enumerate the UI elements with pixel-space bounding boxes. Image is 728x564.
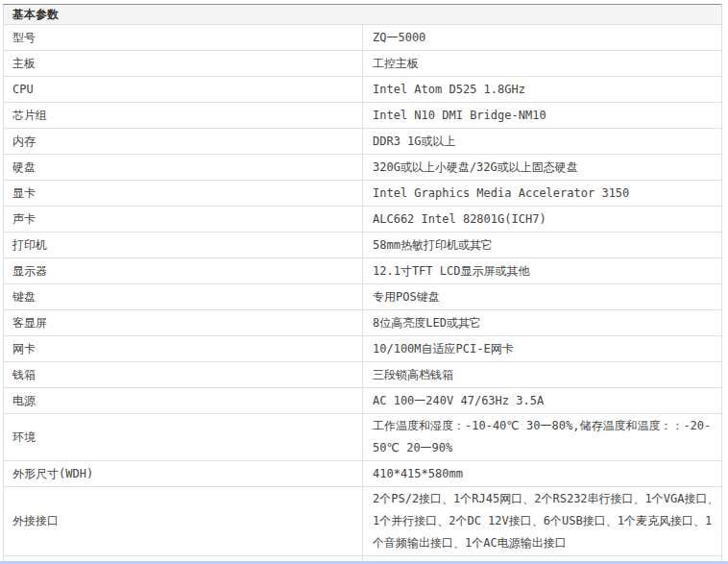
table-row: 键盘专用POS键盘 [4,284,722,310]
spec-value: DDR3 1G或以上 [363,129,722,155]
spec-label: 客显屏 [4,310,363,336]
spec-value: 2个PS/2接口、1个RJ45网口、2个RS232串行接口、1个VGA接口、1个… [363,487,722,556]
spec-label: 电源 [4,388,363,414]
table-row: 钱箱三段锁高档钱箱 [4,362,722,388]
spec-value: Intel Graphics Media Accelerator 3150 [363,181,722,207]
spec-label: 显卡 [4,181,363,207]
table-row: 打印机58mm热敏打印机或其它 [4,233,722,258]
spec-label: 环境 [4,414,363,461]
spec-value: 三段锁高档钱箱 [363,362,722,388]
spec-label: 网卡 [4,336,363,362]
spec-value-line: 专用POS键盘 [373,286,720,308]
table-row: 显示器12.1寸TFT LCD显示屏或其他 [4,258,722,284]
table-header-row: 基本参数 [4,5,722,25]
spec-value-line: Intel Graphics Media Accelerator 3150 [373,183,720,205]
spec-label: 型号 [4,25,363,51]
spec-value-line: 12.1寸TFT LCD显示屏或其他 [373,260,720,282]
spec-value-line: 10/100M自适应PCI-E网卡 [373,338,720,360]
spec-value: ZQ一5000 [363,25,722,51]
table-row: 客显屏8位高亮度LED或其它 [4,310,722,336]
spec-label: 键盘 [4,284,363,310]
spec-value-line: 320G或以上小硬盘/32G或以上固态硬盘 [373,157,720,179]
spec-label: 打印机 [4,233,363,258]
spec-value: 12.1寸TFT LCD显示屏或其他 [363,258,722,284]
table-row: 型号ZQ一5000 [4,25,722,51]
spec-value-line: 58mm热敏打印机或其它 [373,234,720,257]
spec-label: 外接接口 [4,487,363,556]
spec-value: 专用POS键盘 [363,284,722,310]
spec-value-line: DDR3 1G或以上 [373,131,720,153]
spec-value: 工作温度和湿度：-10-40℃ 30一80%,储存温度和温度：：-20-50℃ … [363,414,722,461]
spec-label: 外形尺寸(WDH) [4,461,363,487]
spec-value: ALC662 Intel 82801G(ICH7) [363,207,722,233]
spec-value-line: ALC662 Intel 82801G(ICH7) [373,208,720,231]
spec-value-line: 8位高亮度LED或其它 [373,312,720,334]
spec-label: 声卡 [4,207,363,233]
spec-value-line: Intel N10 DMI Bridge-NM10 [373,105,720,127]
spec-label: 主板 [4,51,363,77]
table-row: 环境工作温度和湿度：-10-40℃ 30一80%,储存温度和温度：：-20-50… [4,414,722,461]
table-header-title: 基本参数 [4,5,722,25]
spec-label: 芯片组 [4,103,363,129]
spec-value-line: ZQ一5000 [373,27,720,49]
table-row: 外形尺寸(WDH)410*415*580mm [4,461,722,487]
spec-value: AC 100一240V 47/63Hz 3.5A [363,388,722,414]
spec-label: CPU [4,77,363,103]
spec-value-line: Intel Atom D525 1.8GHz [373,79,720,101]
spec-value-line: 三段锁高档钱箱 [373,364,720,386]
spec-value-line: 2个PS/2接口、1个RJ45网口、2个RS232串行接口、1个VGA接口、1个… [373,488,720,554]
table-row: 主板工控主板 [4,51,722,77]
table-row: 外接接口2个PS/2接口、1个RJ45网口、2个RS232串行接口、1个VGA接… [4,487,722,556]
spec-value-line: 工作温度和湿度：-10-40℃ 30一80%,储存温度和温度：：-20-50℃ … [373,415,720,459]
table-row: 内存DDR3 1G或以上 [4,129,722,155]
table-row: 电源AC 100一240V 47/63Hz 3.5A [4,388,722,414]
table-row: CPUIntel Atom D525 1.8GHz [4,77,722,103]
spec-label: 钱箱 [4,362,363,388]
spec-value: 58mm热敏打印机或其它 [363,233,722,258]
spec-value: Intel N10 DMI Bridge-NM10 [363,103,722,129]
spec-value-line: 410*415*580mm [373,463,720,485]
spec-label: 内存 [4,129,363,155]
spec-value-line: AC 100一240V 47/63Hz 3.5A [373,390,720,412]
spec-value: 10/100M自适应PCI-E网卡 [363,336,722,362]
spec-table: 基本参数 型号ZQ一5000主板工控主板CPUIntel Atom D525 1… [3,4,722,564]
table-row: 芯片组Intel N10 DMI Bridge-NM10 [4,103,722,129]
spec-label: 显示器 [4,258,363,284]
spec-value: 410*415*580mm [363,461,722,487]
table-row: 显卡Intel Graphics Media Accelerator 3150 [4,181,722,207]
spec-value-line: 工控主板 [373,53,720,75]
table-row: 网卡10/100M自适应PCI-E网卡 [4,336,722,362]
spec-value: 8位高亮度LED或其它 [363,310,722,336]
table-row: 声卡ALC662 Intel 82801G(ICH7) [4,207,722,233]
table-row: 硬盘320G或以上小硬盘/32G或以上固态硬盘 [4,155,722,181]
spec-label: 硬盘 [4,155,363,181]
spec-value: 工控主板 [363,51,722,77]
spec-value: Intel Atom D525 1.8GHz [363,77,722,103]
spec-value: 320G或以上小硬盘/32G或以上固态硬盘 [363,155,722,181]
